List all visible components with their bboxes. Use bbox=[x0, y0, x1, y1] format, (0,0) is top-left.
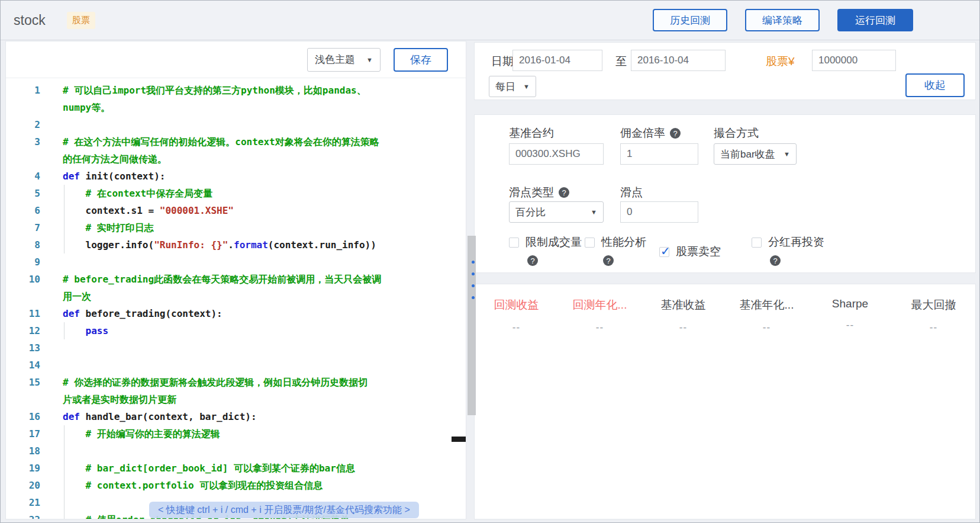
line-number: 3 bbox=[6, 133, 40, 168]
checkbox-row[interactable]: 限制成交量 bbox=[509, 235, 582, 250]
code-text: # context.portfolio 可以拿到现在的投资组合信息 bbox=[63, 477, 466, 494]
result-column-value: -- bbox=[641, 322, 725, 333]
slippage-type-select-value: 百分比 bbox=[515, 206, 546, 219]
frequency-select[interactable]: 每日 ▼ bbox=[489, 76, 536, 97]
save-button[interactable]: 保存 bbox=[394, 48, 448, 72]
line-number: 11 bbox=[6, 305, 40, 322]
code-editor[interactable]: 1# 可以自己import我们平台支持的第三方python模块，比如pandas… bbox=[6, 78, 466, 519]
line-number: 4 bbox=[6, 168, 40, 185]
code-text: # 在context中保存全局变量 bbox=[63, 185, 466, 202]
help-icon[interactable]: ? bbox=[527, 255, 538, 266]
line-number: 15 bbox=[6, 374, 40, 408]
code-line: 2​ bbox=[6, 116, 466, 133]
code-text: def before_trading(context): bbox=[63, 305, 466, 322]
result-column: 回测收益-- bbox=[475, 297, 558, 333]
line-number: 17 bbox=[6, 425, 40, 442]
checkbox-label: 分红再投资 bbox=[768, 235, 824, 250]
code-line: 16def handle_bar(context, bar_dict): bbox=[6, 408, 466, 425]
line-number: 7 bbox=[6, 219, 40, 236]
result-column-header: 最大回撤 bbox=[892, 297, 975, 313]
checkbox-item: 性能分析? bbox=[585, 235, 646, 266]
code-line: 11def before_trading(context): bbox=[6, 305, 466, 322]
help-icon[interactable]: ? bbox=[603, 255, 614, 266]
checkbox-row[interactable]: 性能分析 bbox=[585, 235, 646, 250]
result-column: 回测年化...-- bbox=[558, 297, 641, 333]
result-column-value: -- bbox=[892, 322, 975, 333]
checkbox-unchecked[interactable] bbox=[585, 238, 595, 248]
code-text: ​ bbox=[63, 254, 466, 271]
line-number: 8 bbox=[6, 236, 40, 254]
code-text: ​ bbox=[63, 116, 466, 133]
cash-input[interactable] bbox=[812, 50, 896, 71]
code-text: # 在这个方法中编写任何的初始化逻辑。context对象将会在你的算法策略 的任… bbox=[63, 133, 466, 168]
help-icon[interactable]: ? bbox=[770, 255, 781, 266]
matching-label: 撮合方式 bbox=[714, 126, 759, 141]
line-number: 10 bbox=[6, 271, 40, 305]
compile-strategy-button[interactable]: 编译策略 bbox=[745, 9, 820, 31]
line-number: 18 bbox=[6, 442, 40, 460]
date-from-input[interactable] bbox=[512, 50, 602, 71]
benchmark-input[interactable] bbox=[509, 143, 604, 165]
checkbox-unchecked[interactable] bbox=[752, 238, 762, 248]
history-backtest-button[interactable]: 历史回测 bbox=[653, 9, 727, 31]
code-text: # 可以自己import我们平台支持的第三方python模块，比如pandas、… bbox=[63, 82, 466, 116]
code-line: 10# before_trading此函数会在每天策略交易开始前被调用，当天只会… bbox=[6, 271, 466, 305]
result-column-value: -- bbox=[725, 322, 808, 333]
matching-select[interactable]: 当前bar收盘 ▼ bbox=[714, 143, 797, 165]
shortcut-tooltip: < 快捷键 ctrl + i / cmd + i 开启股票/期货/基金代码搜索功… bbox=[149, 502, 419, 518]
panel-drag-handle[interactable] bbox=[472, 252, 475, 308]
stock-type-badge: 股票 bbox=[67, 12, 95, 29]
code-text: ​ bbox=[63, 357, 466, 374]
help-icon[interactable]: ? bbox=[559, 187, 569, 198]
editor-scroll-marker bbox=[452, 437, 466, 442]
code-line: 3# 在这个方法中编写任何的初始化逻辑。context对象将会在你的算法策略 的… bbox=[6, 133, 466, 168]
collapse-button[interactable]: 收起 bbox=[905, 73, 965, 97]
result-column-value: -- bbox=[558, 322, 641, 333]
line-number: 16 bbox=[6, 408, 40, 425]
result-column-header: 回测收益 bbox=[475, 297, 558, 313]
slippage-type-select[interactable]: 百分比 ▼ bbox=[509, 201, 604, 223]
help-icon[interactable]: ? bbox=[670, 128, 681, 139]
line-number: 21 bbox=[6, 494, 40, 511]
code-line: 8 logger.info("RunInfo: {}".format(conte… bbox=[6, 236, 466, 254]
backtest-range-section: 日期 至 股票¥ 每日 ▼ 收起 bbox=[474, 42, 976, 100]
code-line: 13​ bbox=[6, 339, 466, 357]
theme-select[interactable]: 浅色主题 ▼ bbox=[307, 48, 381, 72]
result-column: Sharpe-- bbox=[808, 297, 892, 333]
code-text: # 开始编写你的主要的算法逻辑 bbox=[63, 425, 466, 442]
results-table: 回测收益--回测年化...--基准收益--基准年化...--Sharpe--最大… bbox=[475, 284, 975, 333]
result-column-value: -- bbox=[475, 322, 558, 333]
code-text: # bar_dict[order_book_id] 可以拿到某个证券的bar信息 bbox=[63, 460, 466, 477]
code-text: # 你选择的证券的数据更新将会触发此段逻辑，例如日或分钟历史数据切 片或者是实时… bbox=[63, 374, 466, 408]
code-text: def init(context): bbox=[63, 168, 466, 185]
code-line: 6 context.s1 = "000001.XSHE" bbox=[6, 202, 466, 219]
top-bar: stock 股票 历史回测编译策略运行回测 bbox=[1, 1, 979, 40]
code-text: # 实时打印日志 bbox=[63, 219, 466, 236]
run-backtest-button[interactable]: 运行回测 bbox=[837, 9, 913, 31]
code-line: 4def init(context): bbox=[6, 168, 466, 185]
result-column-header: 基准收益 bbox=[641, 297, 725, 313]
line-number: 22 bbox=[6, 511, 40, 519]
chevron-down-icon: ▼ bbox=[591, 208, 597, 216]
editor-toolbar: 浅色主题 ▼ 保存 bbox=[6, 41, 466, 78]
matching-select-value: 当前bar收盘 bbox=[720, 147, 775, 161]
checkmark-icon: ✓ bbox=[660, 244, 670, 258]
result-column-value: -- bbox=[808, 319, 892, 331]
code-line: 14​ bbox=[6, 357, 466, 374]
code-line: 18​ bbox=[6, 442, 466, 460]
checkbox-unchecked[interactable] bbox=[509, 238, 519, 248]
checkbox-row[interactable]: ✓股票卖空 bbox=[659, 244, 721, 259]
result-column: 基准收益-- bbox=[641, 297, 725, 333]
slippage-input[interactable] bbox=[620, 201, 698, 223]
checkbox-row[interactable]: 分红再投资 bbox=[752, 235, 824, 250]
code-line: 5 # 在context中保存全局变量 bbox=[6, 185, 466, 202]
checkbox-checked[interactable]: ✓ bbox=[659, 247, 669, 257]
topbar-buttons: 历史回测编译策略运行回测 bbox=[653, 9, 913, 31]
checkbox-label: 限制成交量 bbox=[526, 235, 582, 250]
result-column: 最大回撤-- bbox=[892, 297, 975, 333]
commission-input[interactable] bbox=[620, 143, 698, 165]
chevron-down-icon: ▼ bbox=[523, 83, 530, 90]
commission-label: 佣金倍率 ? bbox=[620, 126, 681, 141]
slippage-type-label: 滑点类型 ? bbox=[509, 185, 569, 200]
date-to-input[interactable] bbox=[631, 50, 726, 71]
